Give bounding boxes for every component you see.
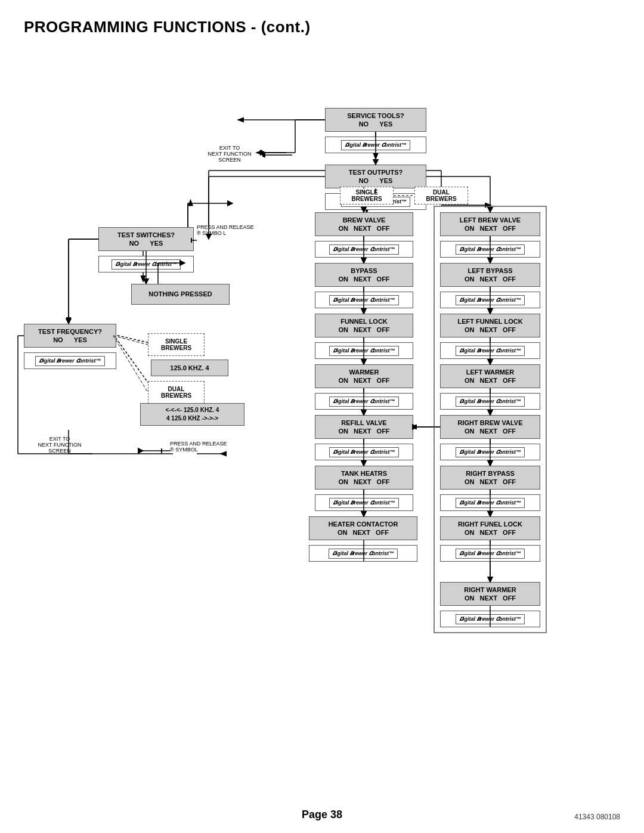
nothing-pressed-label: NOTHING PRESSED	[148, 290, 212, 298]
brand-digital: 𝘿igital	[345, 142, 361, 148]
test-outputs-box: TEST OUTPUTS? NO YES	[325, 165, 426, 188]
right-warmer-box: RIGHT WARMER ON NEXT OFF	[440, 582, 540, 606]
brand-d4: 𝘿igital	[39, 358, 55, 364]
right-brew-valve-label: RIGHT BREW VALVE ON NEXT OFF	[458, 419, 523, 436]
test-switches-box: TEST SWITCHES? NO YES	[98, 227, 194, 251]
khz-label: 125.0 KHZ. 4	[170, 364, 209, 372]
brand-c3: 𝘾bntrist™	[151, 261, 177, 268]
bv-b: 𝘽rewer	[350, 246, 368, 253]
right-brew-valve-display: 𝘿igital 𝘽rewer 𝘾bntrist™	[440, 444, 540, 460]
dual-brewers-top: DUALBREWERS	[414, 187, 468, 205]
right-warmer-label: RIGHT WARMER ON NEXT OFF	[464, 586, 516, 603]
left-brew-valve-display: 𝘿igital 𝘽rewer 𝘾bntrist™	[440, 241, 540, 258]
warmer-display: 𝘿igital 𝘽rewer 𝘾bntrist™	[315, 393, 413, 410]
lby-b: 𝘽rewer	[476, 297, 494, 304]
funnel-lock-display: 𝘿igital 𝘽rewer 𝘾bntrist™	[315, 342, 413, 359]
warmer-box: WARMER ON NEXT OFF	[315, 364, 413, 388]
service-tools-label: SERVICE TOOLS? NO YES	[347, 112, 404, 129]
brew-valve-display: 𝘿igital 𝘽rewer 𝘾bntrist™	[315, 241, 413, 258]
th-d: 𝘿igital	[333, 500, 349, 506]
rv-b: 𝘽rewer	[350, 449, 368, 456]
heater-contactor-box: HEATER CONTACTOR ON NEXT OFF	[309, 516, 417, 540]
brand-b3: 𝘽rewer	[132, 261, 150, 268]
bypass-display: 𝘿igital 𝘽rewer 𝘾bntrist™	[315, 292, 413, 308]
right-bypass-label: RIGHT BYPASS ON NEXT OFF	[465, 469, 516, 487]
rbv-c: 𝘾bntrist™	[496, 449, 521, 456]
test-switches-display: 𝘿igital 𝘽rewer 𝘾bntrist™	[98, 256, 194, 272]
refill-valve-box: REFILL VALVE ON NEXT OFF	[315, 415, 413, 439]
rfl-c: 𝘾bntrist™	[496, 550, 521, 557]
test-frequency-label: TEST FREQUENCY? NO YES	[38, 327, 102, 345]
w-c: 𝘾bntrist™	[370, 398, 395, 405]
left-warmer-box: LEFT WARMER ON NEXT OFF	[440, 364, 540, 388]
bv-d: 𝘿igital	[333, 246, 349, 253]
warmer-label: WARMER ON NEXT OFF	[338, 368, 389, 385]
tank-heatrs-display: 𝘿igital 𝘽rewer 𝘾bntrist™	[315, 494, 413, 511]
w-b: 𝘽rewer	[350, 398, 368, 405]
lbv-c: 𝘾bntrist™	[496, 246, 521, 253]
left-funnel-lock-display: 𝘿igital 𝘽rewer 𝘾bntrist™	[440, 342, 540, 359]
by-d: 𝘿igital	[333, 297, 349, 304]
lbv-d: 𝘿igital	[459, 246, 475, 253]
brand-brewer: 𝘽rewer	[362, 142, 380, 148]
brand-cbntrist: 𝘾bntrist™	[381, 142, 407, 148]
svg-line-31	[113, 335, 152, 388]
rfl-b: 𝘽rewer	[476, 550, 494, 557]
left-funnel-lock-box: LEFT FUNNEL LOCK ON NEXT OFF	[440, 314, 540, 337]
rby-d: 𝘿igital	[459, 500, 475, 506]
by-c: 𝘾bntrist™	[370, 297, 395, 304]
right-funel-lock-label: RIGHT FUNEL LOCK ON NEXT OFF	[458, 520, 522, 537]
svg-line-61	[113, 336, 148, 392]
lbv-b: 𝘽rewer	[476, 246, 494, 253]
fl-b: 𝘽rewer	[350, 348, 368, 354]
service-tools-box: SERVICE TOOLS? NO YES	[325, 108, 426, 132]
lw-c: 𝘾bntrist™	[496, 398, 521, 405]
page-title: PROGRAMMING FUNCTIONS - (cont.)	[0, 0, 644, 42]
brand-d3: 𝘿igital	[115, 261, 131, 268]
rbv-b: 𝘽rewer	[476, 449, 494, 456]
left-funnel-lock-label: LEFT FUNNEL LOCK ON NEXT OFF	[457, 317, 522, 335]
khz-dual-label: <-<-<- 125.0 KHZ. 44 125.0 KHZ ->->->	[166, 406, 219, 423]
exit-arrow-top	[262, 151, 292, 159]
lfl-b: 𝘽rewer	[476, 348, 494, 354]
brand-c4: 𝘾bntrist™	[76, 358, 101, 364]
w-d: 𝘿igital	[333, 398, 349, 405]
bv-c: 𝘾bntrist™	[370, 246, 395, 253]
svg-line-60	[113, 336, 148, 345]
lfl-d: 𝘿igital	[459, 348, 475, 354]
funnel-lock-label: FUNNEL LOCK ON NEXT OFF	[338, 317, 389, 335]
fl-d: 𝘿igital	[333, 348, 349, 354]
hc-b: 𝘽rewer	[349, 550, 367, 557]
test-frequency-box: TEST FREQUENCY? NO YES	[24, 324, 116, 348]
right-bypass-display: 𝘿igital 𝘽rewer 𝘾bntrist™	[440, 494, 540, 511]
funnel-lock-box: FUNNEL LOCK ON NEXT OFF	[315, 314, 413, 337]
th-c: 𝘾bntrist™	[370, 500, 395, 506]
exit-to-label-bottom: EXIT TONEXT FUNCTIONSCREEN	[27, 436, 92, 454]
rfl-d: 𝘿igital	[459, 550, 475, 557]
dual-brewers-left: DUALBREWERS	[148, 381, 205, 404]
hc-c: 𝘾bntrist™	[369, 550, 394, 557]
right-bypass-box: RIGHT BYPASS ON NEXT OFF	[440, 466, 540, 490]
left-bypass-box: LEFT BYPASS ON NEXT OFF	[440, 263, 540, 287]
left-bypass-label: LEFT BYPASS ON NEXT OFF	[465, 267, 516, 284]
tank-heatrs-label: TANK HEATRS ON NEXT OFF	[338, 469, 389, 487]
right-brew-valve-box: RIGHT BREW VALVE ON NEXT OFF	[440, 415, 540, 439]
single-brewers-left: SINGLEBREWERS	[148, 333, 205, 356]
left-brew-valve-box: LEFT BREW VALVE ON NEXT OFF	[440, 212, 540, 236]
refill-valve-label: REFILL VALVE ON NEXT OFF	[338, 419, 389, 436]
right-funel-lock-box: RIGHT FUNEL LOCK ON NEXT OFF	[440, 516, 540, 540]
lw-d: 𝘿igital	[459, 398, 475, 405]
lfl-c: 𝘾bntrist™	[496, 348, 521, 354]
bypass-box: BYPASS ON NEXT OFF	[315, 263, 413, 287]
rby-c: 𝘾bntrist™	[496, 500, 521, 506]
by-b: 𝘽rewer	[350, 297, 368, 304]
right-funel-lock-display: 𝘿igital 𝘽rewer 𝘾bntrist™	[440, 545, 540, 562]
nothing-pressed-box: NOTHING PRESSED	[131, 284, 230, 305]
rw-b: 𝘽rewer	[476, 616, 494, 623]
left-bypass-display: 𝘿igital 𝘽rewer 𝘾bntrist™	[440, 292, 540, 308]
tank-heatrs-box: TANK HEATRS ON NEXT OFF	[315, 466, 413, 490]
heater-contactor-display: 𝘿igital 𝘽rewer 𝘾bntrist™	[309, 545, 417, 562]
brand-b4: 𝘽rewer	[56, 358, 74, 364]
press-release-label-2: PRESS AND RELEASE® SYMBOL	[170, 441, 250, 453]
exit-to-label-top: EXIT TONEXT FUNCTIONSCREEN	[197, 145, 262, 163]
